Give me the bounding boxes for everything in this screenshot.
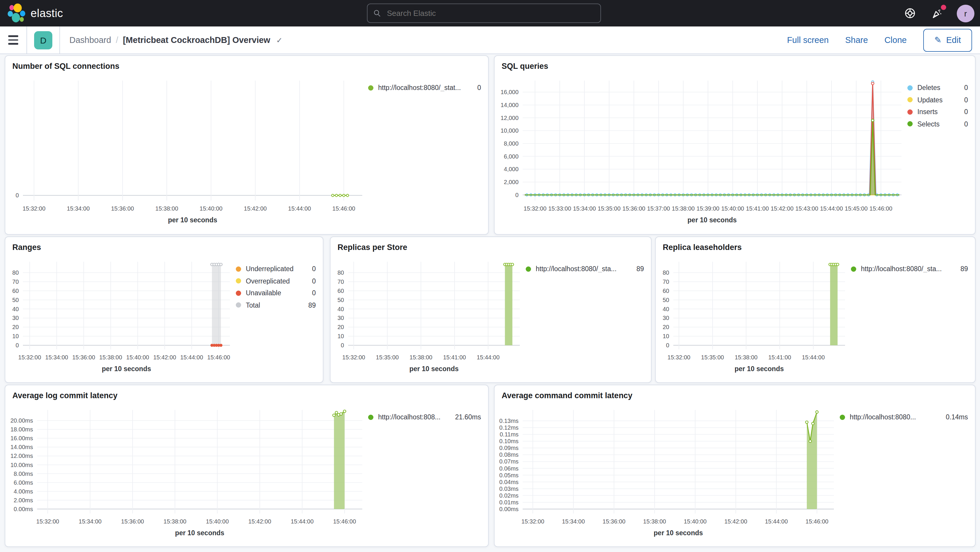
chart-canvas[interactable]: 0102030405060708015:32:0015:35:0015:38:0… — [331, 253, 525, 375]
panel-average-command-commit-latency: Average command commit latency 0.00ms0.0… — [494, 385, 975, 547]
svg-text:0: 0 — [515, 192, 519, 198]
chart-canvas[interactable]: 0.00ms2.00ms4.00ms6.00ms8.00ms10.00ms12.… — [5, 402, 367, 539]
legend-item[interactable]: Overreplicated0 — [236, 277, 316, 285]
svg-text:15:39:00: 15:39:00 — [697, 205, 719, 212]
chart-canvas[interactable]: 015:32:0015:34:0015:36:0015:38:0015:40:0… — [5, 72, 367, 226]
legend-item[interactable]: Underreplicated0 — [236, 265, 316, 272]
svg-text:15:45:00: 15:45:00 — [845, 205, 868, 212]
svg-text:50: 50 — [337, 297, 344, 303]
svg-text:15:41:00: 15:41:00 — [768, 354, 791, 361]
svg-text:2.00ms: 2.00ms — [14, 497, 33, 503]
svg-text:40: 40 — [12, 306, 19, 312]
breadcrumb-dashboard-link[interactable]: Dashboard — [69, 35, 111, 45]
edit-button[interactable]: ✎ Edit — [923, 29, 972, 51]
legend-series-label: http://localhost:8080/_sta... — [861, 265, 956, 272]
legend-item[interactable]: http://localhost:8080/_sta...89 — [851, 265, 968, 272]
svg-text:0: 0 — [16, 342, 19, 348]
legend-item[interactable]: Total89 — [236, 301, 316, 309]
legend-item[interactable]: http://localhost:808...21.60ms — [368, 414, 481, 420]
svg-text:15:40:00: 15:40:00 — [126, 354, 149, 361]
svg-text:0.06ms: 0.06ms — [499, 465, 519, 472]
svg-text:15:44:00: 15:44:00 — [288, 205, 311, 212]
legend-item[interactable]: Selects0 — [907, 120, 968, 127]
legend-series-label: Updates — [917, 96, 959, 103]
clone-button[interactable]: Clone — [885, 35, 907, 45]
panel-title: Average command commit latency — [495, 385, 975, 402]
svg-text:20.00ms: 20.00ms — [10, 417, 33, 424]
svg-text:10: 10 — [663, 333, 669, 339]
full-screen-button[interactable]: Full screen — [787, 35, 829, 45]
svg-text:15:32:00: 15:32:00 — [523, 205, 547, 212]
legend-series-label: http://localhost:8080... — [850, 414, 941, 420]
svg-text:50: 50 — [12, 297, 19, 303]
menu-button[interactable] — [0, 27, 27, 54]
share-button[interactable]: Share — [845, 35, 868, 45]
search-input[interactable] — [386, 8, 600, 18]
legend-series-value: 0 — [964, 84, 968, 91]
svg-text:20: 20 — [663, 324, 669, 330]
breadcrumb: Dashboard / [Metricbeat CockroachDB] Ove… — [69, 35, 283, 45]
panel-replicas-per-store: Replicas per Store 0102030405060708015:3… — [330, 237, 652, 383]
legend-series-value: 89 — [308, 301, 316, 309]
svg-text:15:34:00: 15:34:00 — [79, 518, 102, 525]
svg-text:2,000: 2,000 — [504, 179, 519, 185]
chart-canvas[interactable]: 0102030405060708015:32:0015:35:0015:38:0… — [656, 253, 850, 375]
newsfeed-button[interactable] — [930, 6, 944, 20]
legend-item[interactable]: http://localhost:8080/_sta...89 — [526, 265, 644, 272]
svg-text:60: 60 — [12, 288, 19, 294]
svg-text:15:34:00: 15:34:00 — [67, 205, 90, 212]
user-avatar[interactable]: r — [957, 5, 974, 22]
legend-item[interactable]: Unavailable0 — [236, 290, 316, 296]
legend-series-dot — [368, 85, 374, 90]
panel-title: Replica leaseholders — [656, 237, 975, 253]
legend-series-label: http://localhost:8080/_sta... — [536, 265, 632, 272]
legend-series-value: 0 — [477, 84, 481, 91]
svg-text:4.00ms: 4.00ms — [14, 488, 33, 495]
legend-item[interactable]: http://localhost:8080...0.14ms — [840, 414, 968, 420]
legend-item[interactable]: Inserts0 — [907, 108, 968, 115]
legend-series-value: 0 — [964, 96, 968, 103]
legend-series-dot — [907, 109, 913, 115]
svg-text:30: 30 — [337, 315, 344, 321]
svg-text:15:40:00: 15:40:00 — [200, 205, 223, 212]
chart-canvas[interactable]: 0.00ms0.01ms0.02ms0.03ms0.04ms0.05ms0.06… — [495, 402, 838, 539]
svg-text:10: 10 — [12, 333, 19, 339]
chart-canvas[interactable]: 0102030405060708015:32:0015:34:0015:36:0… — [5, 253, 235, 375]
panel-title: Average log commit latency — [5, 385, 488, 402]
svg-text:0.03ms: 0.03ms — [499, 485, 519, 492]
edit-button-label: Edit — [946, 35, 961, 45]
legend-series-value: 0 — [964, 108, 968, 115]
svg-text:15:32:00: 15:32:00 — [18, 354, 41, 361]
elastic-logo[interactable]: elastic — [7, 3, 63, 23]
svg-text:15:33:00: 15:33:00 — [548, 205, 571, 212]
svg-text:15:46:00: 15:46:00 — [207, 354, 230, 361]
svg-text:10,000: 10,000 — [500, 127, 519, 134]
svg-text:6,000: 6,000 — [504, 153, 519, 160]
global-search[interactable] — [367, 3, 601, 23]
svg-text:15:32:00: 15:32:00 — [521, 518, 544, 525]
legend-item[interactable]: Deletes0 — [907, 84, 968, 91]
check-icon[interactable]: ✓ — [276, 36, 283, 45]
legend-item[interactable]: http://localhost:8080/_stat...0 — [368, 84, 481, 91]
party-popper-icon — [931, 7, 943, 19]
svg-text:14.00ms: 14.00ms — [10, 444, 33, 450]
svg-text:15:38:00: 15:38:00 — [99, 354, 123, 361]
legend-series-dot — [840, 414, 845, 420]
legend-series-dot — [907, 121, 913, 126]
legend-item[interactable]: Updates0 — [907, 96, 968, 103]
svg-text:15:35:00: 15:35:00 — [598, 205, 621, 212]
panel-number-of-sql-connections: Number of SQL connections 015:32:0015:34… — [5, 55, 489, 235]
help-button[interactable] — [903, 6, 917, 20]
svg-text:16,000: 16,000 — [500, 89, 519, 95]
svg-text:15:44:00: 15:44:00 — [765, 518, 788, 525]
svg-text:per 10 seconds: per 10 seconds — [409, 365, 458, 372]
space-selector[interactable]: D — [27, 27, 60, 54]
svg-text:15:34:00: 15:34:00 — [562, 518, 585, 525]
chart-canvas[interactable]: 02,0004,0006,0008,00010,00012,00014,0001… — [495, 72, 906, 226]
logo-text: elastic — [30, 7, 63, 20]
hamburger-icon — [8, 36, 18, 37]
panel-title: Ranges — [5, 237, 323, 253]
svg-text:15:37:00: 15:37:00 — [647, 205, 670, 212]
svg-text:15:38:00: 15:38:00 — [672, 205, 695, 212]
svg-text:15:40:00: 15:40:00 — [206, 518, 229, 525]
